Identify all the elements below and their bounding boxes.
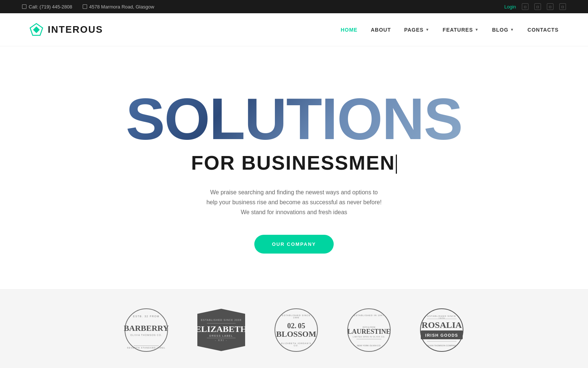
blossom-top: ESTABLISHED SINCE 1896 [280, 314, 313, 319]
phone-icon [22, 4, 26, 9]
barberry-top: ESTB. 32 FROM [129, 315, 163, 318]
barberry-bottom: SEVENTH STANDARD LABEL [127, 347, 166, 349]
laurestine-sub: LIMITED SPAN IN OLIVIA CO. [350, 336, 388, 338]
features-caret: ▼ [475, 28, 479, 32]
blossom-bottom: ELIZABETH JORDAN'S CO. [279, 342, 313, 347]
blossom-05: 05 [298, 322, 305, 330]
blossom-02: 02. [287, 322, 297, 330]
header: INTEROUS HOME ABOUT PAGES ▼ FEATURES ▼ B… [0, 13, 588, 46]
twitter-icon[interactable]: □ [534, 3, 541, 10]
logo[interactable]: INTEROUS [29, 23, 103, 37]
elizabeth-bottom: - XXI - [215, 339, 227, 342]
logo-icon [29, 23, 43, 37]
top-bar-right: Login □ □ □ □ [504, 3, 566, 10]
brand-rosalia: ESTABLISHED SINCE 1879 ROSALIA IRISH GOO… [420, 308, 463, 352]
address-item: 4578 Marmora Road, Glasgow [83, 4, 154, 10]
linkedin-icon[interactable]: □ [547, 3, 553, 10]
facebook-icon[interactable]: □ [522, 3, 528, 10]
nav-features[interactable]: FEATURES ▼ [443, 27, 479, 33]
hero-section: SOLUTIONS FOR BUSINESSMEN We praise sear… [0, 46, 588, 289]
phone-text: Call: (719) 445-2808 [29, 4, 72, 10]
main-nav: HOME ABOUT PAGES ▼ FEATURES ▼ BLOG ▼ CON… [341, 27, 559, 33]
login-link[interactable]: Login [504, 4, 516, 10]
hero-title: SOLUTIONS [126, 89, 462, 148]
pages-caret: ▼ [426, 28, 430, 32]
cta-button[interactable]: OUR COMPANY [254, 235, 334, 254]
text-cursor [396, 155, 397, 174]
top-bar: Call: (719) 445-2808 4578 Marmora Road, … [0, 0, 588, 13]
rosalia-sub: IRISH GOODS [425, 333, 458, 337]
hero-description: We praise searching and finding the newe… [206, 187, 382, 217]
laurestine-bottom: NEW YORK OLIVIA CO. [357, 344, 381, 347]
elizabeth-top: ESTABLISHED SINCE 2006 [201, 319, 242, 321]
rosalia-bottom: OLIVIA THOMSON COMPANY [427, 344, 457, 347]
brand-elizabeth: ESTABLISHED SINCE 2006 ELIZABETH DRESS L… [197, 309, 245, 351]
top-bar-left: Call: (719) 445-2808 4578 Marmora Road, … [22, 4, 154, 10]
nav-home[interactable]: HOME [341, 27, 358, 33]
phone-item: Call: (719) 445-2808 [22, 4, 72, 10]
blog-caret: ▼ [510, 28, 514, 32]
hero-subtitle: FOR BUSINESSMEN [191, 151, 397, 174]
address-text: 4578 Marmora Road, Glasgow [89, 4, 154, 10]
barberry-sub: OLIVIA THOMSON CO. [130, 334, 162, 336]
barberry-name: BARBERRY [124, 323, 169, 333]
laurestine-top: ESTABLISHED IN 1947 [353, 314, 386, 316]
nav-pages[interactable]: PAGES ▼ [404, 27, 430, 33]
brands-bar: ESTB. 32 FROM BARBERRY OLIVIA THOMSON CO… [0, 289, 588, 368]
nav-contacts[interactable]: CONTACTS [527, 27, 559, 33]
brand-blossom: ESTABLISHED SINCE 1896 02. 05 BLOSSOM EL… [275, 308, 318, 352]
brand-barberry: ESTB. 32 FROM BARBERRY OLIVIA THOMSON CO… [125, 308, 168, 352]
rosalia-name: ROSALIA [422, 321, 462, 329]
laurestine-name: LAURESTINE [347, 328, 390, 335]
elizabeth-sub: DRESS LABEL [209, 335, 233, 337]
location-icon [83, 4, 87, 9]
google-icon[interactable]: □ [559, 3, 566, 10]
nav-blog[interactable]: BLOG ▼ [492, 27, 514, 33]
nav-about[interactable]: ABOUT [371, 27, 391, 33]
logo-text: INTEROUS [48, 24, 103, 35]
blossom-name: BLOSSOM [276, 330, 316, 338]
elizabeth-name: ELIZABETH [195, 324, 247, 334]
brand-laurestine: ESTABLISHED IN 1947 BATH & FROM LAURESTI… [347, 308, 391, 352]
